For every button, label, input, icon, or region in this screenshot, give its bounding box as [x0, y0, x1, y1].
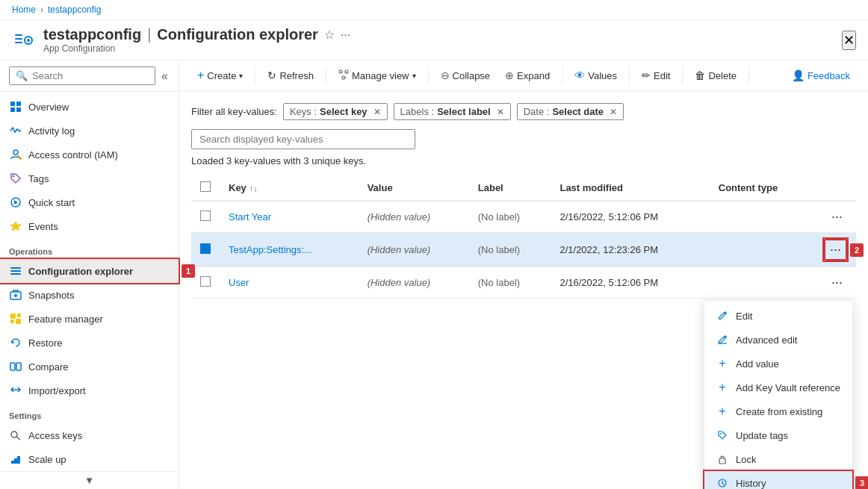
expand-icon: ⊕	[505, 69, 514, 81]
row2-checkbox[interactable]	[200, 243, 211, 254]
config-explorer-icon	[9, 264, 22, 278]
sidebar-item-import-export[interactable]: Import/export	[0, 379, 179, 402]
row3-checkbox[interactable]	[200, 276, 211, 287]
chip-close-1[interactable]: ✕	[497, 107, 504, 117]
svg-point-9	[13, 150, 18, 155]
sidebar-item-compare[interactable]: Compare	[0, 355, 179, 379]
context-menu-create-existing[interactable]: + Create from existing	[704, 399, 852, 423]
create-button[interactable]: + Create ▾	[191, 65, 249, 86]
settings-section-label: Settings	[0, 402, 179, 423]
collapse-button[interactable]: ⊖ Collapse	[435, 66, 497, 85]
sidebar-item-scale-up[interactable]: Scale up	[0, 447, 179, 471]
svg-rect-29	[17, 456, 20, 464]
row2-label: (No label)	[469, 233, 551, 267]
main-content: Filter all key-values: Keys : Select key…	[179, 91, 868, 489]
expand-button[interactable]: ⊕ Expand	[499, 66, 556, 85]
edit-menu-label: Edit	[736, 311, 752, 322]
breadcrumb-home[interactable]: Home	[12, 4, 36, 15]
sidebar-scroll-down[interactable]: ▼	[84, 475, 94, 486]
more-options-button[interactable]: ···	[341, 28, 350, 42]
favorite-button[interactable]: ☆	[324, 28, 335, 42]
svg-rect-1	[15, 38, 22, 40]
update-tags-menu-label: Update tags	[736, 430, 788, 441]
table-search-input[interactable]	[191, 129, 415, 149]
collapse-icon: ⊖	[441, 69, 450, 81]
row1-checkbox[interactable]	[200, 211, 211, 221]
key-sort-icon[interactable]: ↑↓	[249, 184, 258, 193]
row1-ellipsis-button[interactable]: ···	[827, 208, 847, 226]
row3-key[interactable]: User	[220, 267, 359, 299]
row1-key[interactable]: Start Year	[220, 201, 359, 233]
svg-point-10	[19, 157, 22, 160]
operations-section-label: Operations	[0, 238, 179, 259]
sidebar-item-events[interactable]: Events	[0, 214, 179, 238]
context-menu-update-tags[interactable]: Update tags	[704, 423, 852, 447]
sidebar-collapse-btn[interactable]: «	[160, 68, 170, 84]
sidebar-access-keys-label: Access keys	[28, 430, 82, 441]
edit-button[interactable]: ✏ Edit	[636, 66, 676, 85]
resource-type: App Configuration	[43, 43, 842, 54]
row1-actions: ···	[815, 201, 856, 233]
sidebar-item-config-explorer[interactable]: Configuration explorer	[0, 259, 179, 283]
row2-checkbox-cell[interactable]	[191, 233, 220, 267]
values-button[interactable]: 👁 Values	[568, 66, 623, 85]
search-input[interactable]	[32, 70, 149, 81]
select-all-header[interactable]	[191, 175, 220, 201]
sidebar-item-activity[interactable]: Activity log	[0, 119, 179, 143]
row2-actions: ···	[815, 233, 856, 267]
chip-val-2: Select date	[552, 106, 604, 117]
filter-chip-keys[interactable]: Keys : Select key ✕	[283, 103, 388, 120]
sidebar-search-box[interactable]: 🔍	[9, 66, 155, 85]
chip-key-0: Keys :	[290, 106, 317, 117]
chip-val-0: Select key	[320, 106, 368, 117]
sidebar-item-restore[interactable]: Restore	[0, 331, 179, 355]
sidebar-item-iam[interactable]: Access control (IAM)	[0, 143, 179, 166]
edit-menu-icon	[716, 310, 728, 322]
delete-button[interactable]: 🗑 Delete	[689, 66, 743, 85]
chip-close-2[interactable]: ✕	[610, 107, 617, 117]
chip-key-2: Date :	[524, 106, 550, 117]
manage-view-button[interactable]: Manage view ▾	[332, 66, 422, 86]
row3-key-link[interactable]: User	[229, 277, 249, 288]
feature-manager-icon	[9, 312, 22, 326]
row2-key[interactable]: TestApp:Settings:...	[220, 233, 359, 267]
context-menu-lock[interactable]: Lock	[704, 447, 852, 471]
row2-key-link[interactable]: TestApp:Settings:...	[229, 244, 312, 255]
sidebar-item-access-keys[interactable]: Access keys	[0, 423, 179, 447]
sidebar-item-quickstart[interactable]: Quick start	[0, 190, 179, 214]
close-button[interactable]: ✕	[842, 31, 856, 50]
toolbar-divider-1	[255, 66, 255, 84]
feedback-button[interactable]: 👤 Feedback	[786, 66, 856, 85]
access-keys-icon	[9, 429, 22, 442]
svg-rect-35	[719, 458, 725, 464]
history-menu-icon	[716, 477, 728, 489]
row1-key-link[interactable]: Start Year	[229, 211, 271, 222]
sidebar-item-snapshots[interactable]: Snapshots	[0, 283, 179, 307]
col-actions	[815, 175, 856, 201]
context-menu-edit[interactable]: Edit	[704, 304, 852, 328]
context-menu-add-value[interactable]: + Add value	[704, 352, 852, 376]
row1-checkbox-cell[interactable]	[191, 201, 220, 233]
filter-chip-labels[interactable]: Labels : Select label ✕	[394, 103, 511, 120]
context-menu-advanced-edit[interactable]: Advanced edit	[704, 328, 852, 352]
delete-icon: 🗑	[695, 69, 705, 81]
sidebar-item-tags[interactable]: Tags	[0, 166, 179, 190]
svg-point-32	[342, 76, 345, 79]
context-menu-add-keyvault[interactable]: + Add Key Vault reference	[704, 376, 852, 399]
row3-checkbox-cell[interactable]	[191, 267, 220, 299]
refresh-button[interactable]: ↻ Refresh	[261, 66, 320, 85]
row1-modified: 2/16/2022, 5:12:06 PM	[551, 201, 709, 233]
chip-close-0[interactable]: ✕	[373, 107, 381, 117]
tags-icon	[9, 172, 22, 185]
context-menu-history[interactable]: History	[704, 471, 852, 489]
select-all-checkbox[interactable]	[200, 181, 211, 192]
sidebar-item-feature-manager[interactable]: Feature manager	[0, 307, 179, 331]
iam-icon	[9, 148, 22, 161]
breadcrumb-resource[interactable]: testappconfig	[48, 4, 101, 15]
row2-ellipsis-button[interactable]: ···	[824, 239, 847, 261]
data-table: Key ↑↓ Value Label Last modified Content…	[191, 175, 856, 299]
sidebar-item-overview[interactable]: Overview	[0, 95, 179, 119]
row3-ellipsis-button[interactable]: ···	[827, 273, 847, 292]
create-existing-menu-icon: +	[716, 405, 728, 417]
filter-chip-date[interactable]: Date : Select date ✕	[517, 103, 624, 120]
